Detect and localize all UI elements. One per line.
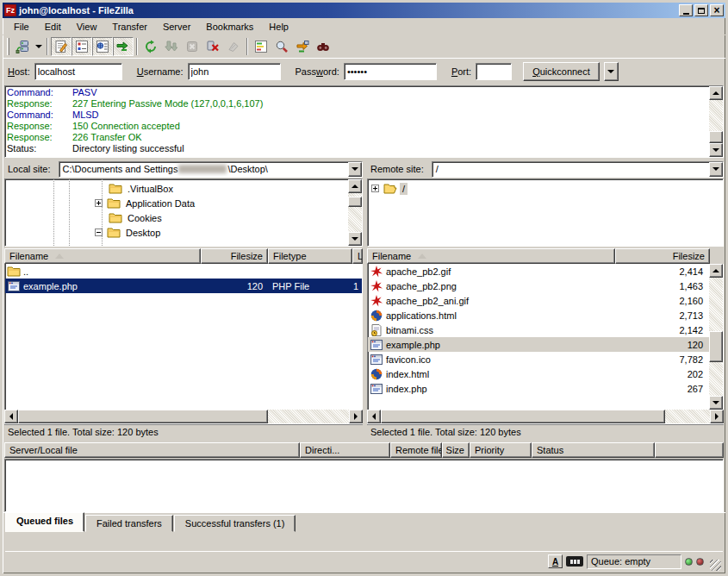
remote-hscrollbar[interactable] [367,410,724,423]
password-input[interactable] [344,63,437,80]
tab-successful-transfers[interactable]: Successful transfers (1) [174,515,296,532]
queue-col-priority[interactable]: Priority [470,442,532,458]
toolbar-grip[interactable] [7,38,9,55]
tree-item-cookies[interactable]: Cookies [107,210,165,225]
process-queue-button[interactable] [161,37,182,56]
remote-row-selected[interactable]: example.php120 [368,337,709,352]
site-manager-dropdown[interactable] [33,37,44,56]
disconnect-button[interactable] [202,37,223,56]
local-hscrollbar[interactable] [4,410,363,423]
toggle-message-log-button[interactable] [51,37,72,56]
expand-icon[interactable] [371,185,379,192]
local-col-filename[interactable]: Filename [4,248,201,264]
queue-col-status[interactable]: Status [532,442,655,458]
speed-limit-icon[interactable] [566,556,583,567]
log-row: Response:227 Entering Passive Mode (127,… [7,98,707,110]
scroll-down-icon[interactable] [348,232,362,246]
menu-help[interactable]: Help [261,20,296,34]
remote-row[interactable]: index.html202 [368,366,709,381]
scroll-left-icon[interactable] [367,410,381,423]
remote-row[interactable]: index.php267 [368,381,709,396]
queue-col-direction[interactable]: Directi... [300,442,390,458]
scroll-up-icon[interactable] [348,179,362,193]
maximize-button[interactable] [694,4,708,16]
local-col-filetype[interactable]: Filetype [268,248,352,264]
resize-grip[interactable] [710,560,721,571]
window-title: john@localhost - FileZilla [19,5,677,16]
local-file-list: .. example.php 120 PHP File 1 [4,264,363,410]
scroll-up-icon[interactable] [709,86,723,100]
scroll-right-icon[interactable] [710,410,724,423]
local-row-parent-dir[interactable]: .. [5,264,362,279]
file-search-button[interactable] [271,37,292,56]
quickconnect-button[interactable]: Quickconnect [523,62,600,81]
local-site-combobox[interactable]: C:\Documents and Settings\Desktop\ [59,161,363,178]
data-type-icon[interactable]: A [548,554,563,568]
synchronized-browsing-button[interactable] [292,37,313,56]
tree-item-application-data[interactable]: Application Data [95,196,197,210]
toolbar-separator [136,38,138,55]
tab-queued-files[interactable]: Queued files [5,512,84,532]
remote-col-filesize[interactable]: Filesize [615,248,710,264]
queue-col-server-local-file[interactable]: Server/Local file [4,442,300,458]
expand-icon[interactable] [95,199,103,207]
menu-transfer[interactable]: Transfer [104,20,155,34]
tree-item-desktop[interactable]: Desktop [95,225,163,240]
scroll-thumb[interactable] [348,197,362,207]
site-manager-button[interactable] [12,37,33,56]
refresh-button[interactable] [140,37,161,56]
scroll-up-icon[interactable] [709,264,723,278]
host-input[interactable] [34,63,122,80]
remote-row[interactable]: favicon.ico7,782 [368,352,709,366]
scroll-thumb[interactable] [709,331,723,362]
remote-row[interactable]: bitnami.css2,142 [368,322,709,337]
directory-comparison-button[interactable] [251,37,271,56]
scroll-right-icon[interactable] [349,410,363,423]
scroll-thumb[interactable] [709,131,723,143]
chevron-down-icon [35,45,42,48]
toggle-local-tree-button[interactable] [72,37,92,56]
tab-failed-transfers[interactable]: Failed transfers [85,515,173,532]
scroll-thumb[interactable] [18,410,268,423]
close-button[interactable]: × [710,4,724,16]
scroll-down-icon[interactable] [709,396,723,410]
scroll-down-icon[interactable] [709,143,723,157]
minimize-button[interactable] [679,4,693,16]
tree-item-root[interactable]: / [371,181,408,196]
quickconnect-dropdown[interactable] [604,62,619,81]
tree-item-virtualbox[interactable]: .VirtualBox [107,181,176,196]
local-row-example-php[interactable]: example.php 120 PHP File 1 [5,279,362,293]
remote-row[interactable]: apache_pb2.gif2,414 [368,264,709,279]
menu-view[interactable]: View [69,20,105,34]
local-tree: .VirtualBox Application Data Cookies Des… [4,178,363,247]
queue-col-remote-file[interactable]: Remote file [390,442,442,458]
username-input[interactable] [188,63,281,80]
remote-row[interactable]: applications.html2,713 [368,308,709,322]
menu-bookmarks[interactable]: Bookmarks [198,20,261,34]
scroll-left-icon[interactable] [4,410,18,423]
local-site-dropdown[interactable] [348,162,362,177]
local-site-label: Local site: [4,161,56,177]
filter-button[interactable] [313,37,333,56]
scroll-thumb[interactable] [381,410,665,423]
local-col-filesize[interactable]: Filesize [201,248,268,264]
cancel-button[interactable] [182,37,202,56]
remote-row[interactable]: apache_pb2.png1,463 [368,279,709,293]
remote-site-combobox[interactable]: / [432,161,724,178]
menu-edit[interactable]: Edit [37,20,69,34]
remote-row[interactable]: apache_pb2_ani.gif2,160 [368,293,709,308]
remote-list-scrollbar[interactable] [709,264,723,410]
menu-server[interactable]: Server [155,20,198,34]
toggle-remote-tree-button[interactable] [92,37,113,56]
local-col-lastmodified[interactable]: L [352,248,363,264]
toggle-transfer-queue-button[interactable] [113,37,134,56]
queue-col-size[interactable]: Size [442,442,470,458]
remote-col-filename[interactable]: Filename [367,248,615,264]
log-scrollbar[interactable] [709,86,723,157]
local-tree-scrollbar[interactable] [348,179,362,246]
menu-file[interactable]: File [6,20,37,34]
remote-site-dropdown[interactable] [709,162,723,177]
collapse-icon[interactable] [95,229,103,236]
reconnect-button[interactable] [223,37,244,56]
port-input[interactable] [476,63,512,80]
